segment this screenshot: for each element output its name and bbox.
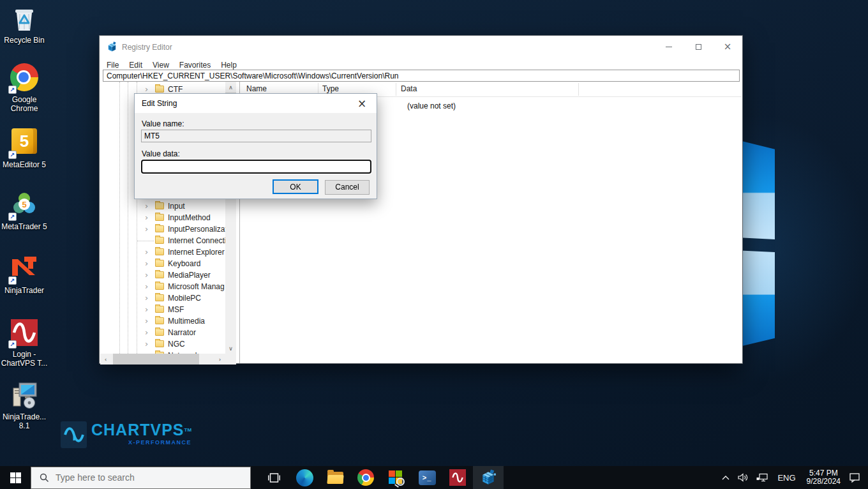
chevron-right-icon[interactable]: › <box>145 270 148 280</box>
language-indicator[interactable]: ENG <box>772 466 801 489</box>
tree-item[interactable]: › Narrator <box>100 327 225 338</box>
desktop-icon-google-chrome[interactable]: ↗ GoogleChrome <box>0 63 49 113</box>
registry-editor-icon <box>480 469 497 486</box>
column-separator[interactable] <box>578 83 579 96</box>
menu-help[interactable]: Help <box>216 61 242 70</box>
chevron-right-icon[interactable]: › <box>145 259 148 269</box>
tree-item-label: Internet Explorer <box>168 248 225 257</box>
desktop-icon-metatrader-5[interactable]: 5 ↗ MetaTrader 5 <box>0 190 49 231</box>
tree-item[interactable]: › Microsoft Manag <box>100 281 225 292</box>
recycle-bin-icon <box>10 4 39 33</box>
chevron-right-icon[interactable]: › <box>145 339 148 349</box>
tree-item[interactable]: › Internet Explorer <box>100 246 225 258</box>
ok-button[interactable]: OK <box>273 179 318 194</box>
chevron-right-icon[interactable]: › <box>145 247 148 257</box>
tree-item[interactable]: › Keyboard <box>100 258 225 269</box>
chevron-right-icon[interactable]: › <box>145 316 148 326</box>
chevron-up-icon <box>721 474 730 481</box>
value-data-field[interactable] <box>141 160 371 174</box>
tree-item[interactable]: › InputMethod <box>100 212 225 223</box>
tree-item[interactable]: › NGC <box>100 338 225 350</box>
search-input[interactable] <box>56 472 228 483</box>
speaker-icon <box>738 473 749 482</box>
chevron-right-icon[interactable]: › <box>145 327 148 338</box>
tree-item[interactable]: › Multimedia <box>100 315 225 327</box>
menu-view[interactable]: View <box>147 61 174 70</box>
tree-horizontal-scrollbar[interactable]: ‹ › <box>100 354 225 365</box>
dialog-close-icon[interactable]: × <box>355 97 369 110</box>
maximize-button[interactable] <box>684 36 713 58</box>
network-button[interactable] <box>752 466 772 489</box>
edit-string-dialog: Edit String × Value name: Value data: OK… <box>134 93 377 199</box>
dialog-titlebar[interactable]: Edit String × <box>135 94 377 113</box>
action-center-button[interactable] <box>846 466 868 489</box>
taskbar-windows-search-tool-button[interactable] <box>381 466 412 489</box>
desktop-icon-label: MetaEditor 5 <box>0 160 49 169</box>
shortcut-arrow-icon: ↗ <box>8 151 17 159</box>
tree-item[interactable]: Internet Connecti <box>100 235 225 246</box>
scroll-left-icon[interactable]: ‹ <box>100 354 111 365</box>
cancel-button[interactable]: Cancel <box>325 180 370 195</box>
tray-expand-button[interactable] <box>717 466 734 489</box>
chevron-right-icon[interactable]: › <box>145 305 148 315</box>
taskbar-search[interactable] <box>31 467 251 489</box>
desktop-icon-ninjatrader-installer[interactable]: NinjaTrade...8.1 <box>0 380 49 430</box>
column-data[interactable]: Data <box>401 84 417 93</box>
chevron-right-icon[interactable]: › <box>145 293 148 303</box>
tree-item-label: NGC <box>168 340 185 349</box>
tree-item-label: MediaPlayer <box>168 271 211 280</box>
chartvps-login-icon: ↗ <box>10 318 39 347</box>
start-button[interactable] <box>0 466 31 489</box>
tree-item-label: Microsoft Manag <box>168 282 225 291</box>
folder-icon <box>155 202 164 209</box>
scroll-right-icon[interactable]: › <box>214 354 225 365</box>
desktop-icon-metaeditor-5[interactable]: 5 ↗ MetaEditor 5 <box>0 127 49 169</box>
desktop-icon-label: Recycle Bin <box>0 36 49 45</box>
menu-favorites[interactable]: Favorites <box>174 61 216 70</box>
tree-item[interactable]: › Input <box>100 200 225 212</box>
chevron-right-icon[interactable]: › <box>145 213 148 223</box>
desktop: Recycle Bin ↗ GoogleChrome 5 ↗ MetaEdito… <box>0 0 868 489</box>
taskbar-powershell-button[interactable]: >_ <box>412 466 442 489</box>
chrome-icon: ↗ <box>10 63 39 93</box>
tree-item[interactable]: › InputPersonalizat <box>100 223 225 235</box>
chevron-right-icon[interactable]: › <box>145 201 148 211</box>
desktop-icon-ninjatrader[interactable]: ↗ NinjaTrader <box>0 254 49 295</box>
folder-icon <box>155 340 164 347</box>
tree-item[interactable]: › MobilePC <box>100 292 225 304</box>
folder-icon <box>155 260 164 267</box>
taskbar-file-explorer-button[interactable] <box>320 466 350 489</box>
menu-edit[interactable]: Edit <box>124 61 147 70</box>
clock[interactable]: 5:47 PM 9/28/2024 <box>802 469 846 486</box>
metatrader-icon: 5 ↗ <box>10 190 39 220</box>
watermark-tm: TM <box>184 427 192 433</box>
tree-item[interactable]: › MSF <box>100 304 225 315</box>
column-separator[interactable] <box>396 83 396 96</box>
scroll-down-icon[interactable]: ∨ <box>225 343 236 354</box>
taskbar-edge-button[interactable] <box>289 466 320 489</box>
close-button[interactable]: × <box>713 36 742 58</box>
chrome-icon <box>357 469 374 486</box>
taskbar-chartvps-button[interactable] <box>442 466 473 489</box>
desktop-icon-recycle-bin[interactable]: Recycle Bin <box>0 4 49 45</box>
value-data-label: Value data: <box>142 149 180 158</box>
taskbar-registry-editor-button[interactable] <box>473 466 504 489</box>
address-bar[interactable]: Computer\HKEY_CURRENT_USER\Software\Micr… <box>103 70 740 82</box>
column-name[interactable]: Name <box>246 84 267 93</box>
volume-button[interactable] <box>734 466 752 489</box>
scroll-up-icon[interactable]: ∧ <box>225 82 236 93</box>
taskbar-chrome-button[interactable] <box>350 466 381 489</box>
menu-file[interactable]: File <box>101 61 124 70</box>
value-name-field[interactable] <box>141 130 371 142</box>
minimize-button[interactable] <box>654 36 684 58</box>
desktop-icon-login-chartvps[interactable]: ↗ Login -ChartVPS T... <box>0 318 49 368</box>
task-view-button[interactable] <box>258 466 289 489</box>
scrollbar-thumb[interactable] <box>113 354 199 365</box>
tree-item[interactable]: › MediaPlayer <box>100 269 225 281</box>
scrollbar-corner <box>225 354 236 365</box>
ninjatrader-icon: ↗ <box>10 254 39 283</box>
chevron-right-icon[interactable]: › <box>145 282 148 292</box>
column-type[interactable]: Type <box>322 84 339 93</box>
chevron-right-icon[interactable]: › <box>145 224 148 234</box>
window-titlebar[interactable]: Registry Editor × <box>100 36 742 58</box>
